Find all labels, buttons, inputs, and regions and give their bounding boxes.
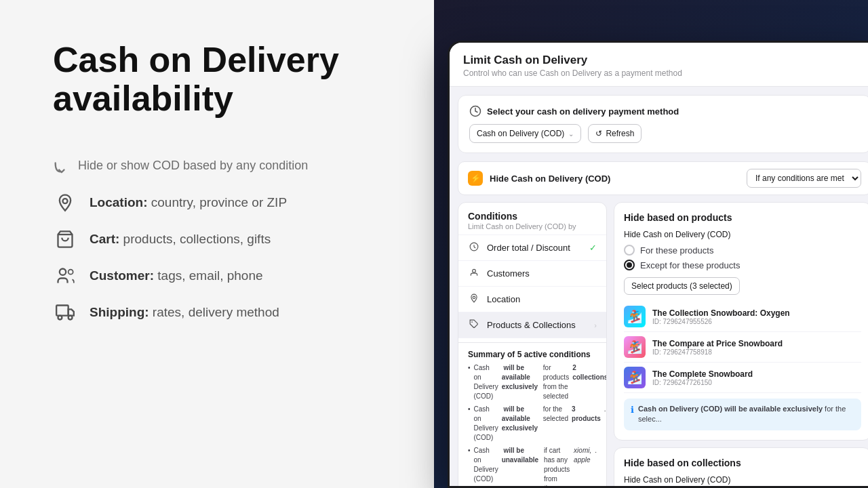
- app-subtitle: Control who can use Cash on Delivery as …: [463, 68, 866, 78]
- feature-shipping: Shipping: rates, delivery method: [53, 300, 393, 325]
- summary-title: Summary of 5 active conditions: [468, 350, 597, 359]
- radio-circle-for: [624, 245, 635, 256]
- product-id-1: ID: 7296247955526: [652, 318, 861, 325]
- svg-point-3: [68, 269, 73, 274]
- main-content: Conditions Limit Cash on Delivery (COD) …: [458, 202, 868, 486]
- product-thumb-2: 🏂: [624, 336, 646, 358]
- product-row-3: 🏂 The Complete Snowboard ID: 72962477261…: [624, 363, 861, 393]
- location-cond-icon: [468, 293, 480, 305]
- customers-label: Customers: [487, 268, 597, 279]
- customers-icon: [468, 268, 480, 279]
- feature-cart: Cart: products, collections, gifts: [53, 227, 393, 251]
- left-panel: Cash on Delivery availability Hide or sh…: [0, 0, 434, 488]
- condition-item-customers[interactable]: Customers: [458, 261, 606, 287]
- hide-cod-collections-label: Hide Cash on Delivery (COD): [624, 475, 861, 485]
- conditions-header: Conditions Limit Cash on Delivery (COD) …: [458, 203, 606, 235]
- collections-title: Hide based on collections: [624, 458, 861, 468]
- products-cond-icon: [468, 319, 480, 331]
- condition-items-list: Order total / Discount ✓ Customers: [458, 235, 606, 342]
- payment-method-dropdown[interactable]: Cash on Delivery (COD) ⌄: [469, 124, 581, 143]
- info-icon: ℹ: [631, 405, 634, 415]
- svg-point-6: [68, 315, 73, 319]
- summary-item-2: Cash on Delivery (COD) will be available…: [468, 405, 597, 443]
- products-panel: Hide based on products Hide Cash on Deli…: [614, 202, 868, 486]
- conditions-title: Conditions: [468, 211, 597, 222]
- customer-feature-text: Customer: tags, email, phone: [90, 268, 263, 283]
- cart-icon: [53, 227, 77, 251]
- product-name-1: The Collection Snowboard: Oxygen: [652, 308, 861, 318]
- tablet-screen: Limit Cash on Delivery Control who can u…: [450, 43, 868, 486]
- product-info-1: The Collection Snowboard: Oxygen ID: 729…: [652, 308, 861, 325]
- product-name-3: The Complete Snowboard: [652, 369, 861, 379]
- order-total-label: Order total / Discount: [487, 243, 583, 253]
- order-total-check: ✓: [589, 243, 597, 253]
- info-text: Cash on Delivery (COD) will be available…: [638, 404, 854, 425]
- customer-icon: [53, 264, 77, 288]
- feature-customer: Customer: tags, email, phone: [53, 264, 393, 288]
- summary-item-3: Cash on Delivery (COD) will be unavailab…: [468, 446, 597, 486]
- product-id-2: ID: 7296247758918: [652, 348, 861, 356]
- condition-row: ⚡ Hide Cash on Delivery (COD) If any con…: [458, 161, 868, 195]
- shipping-icon: [53, 300, 77, 325]
- app-title: Limit Cash on Delivery: [463, 54, 866, 67]
- condition-item-products[interactable]: Products & Collections ›: [458, 312, 606, 338]
- hide-cod-condition-label: Hide Cash on Delivery (COD): [490, 174, 740, 184]
- product-thumb-3: 🏂: [624, 367, 646, 388]
- dropdown-chevron-icon: ⌄: [568, 130, 574, 138]
- condition-item-order-total[interactable]: Order total / Discount ✓: [458, 235, 606, 261]
- product-row-1: 🏂 The Collection Snowboard: Oxygen ID: 7…: [624, 302, 861, 332]
- radio-except-these-products[interactable]: Except for these products: [624, 260, 861, 270]
- svg-point-5: [58, 315, 62, 319]
- conditions-panel: Conditions Limit Cash on Delivery (COD) …: [458, 202, 607, 486]
- products-card: Hide based on products Hide Cash on Deli…: [614, 202, 868, 441]
- product-row-2: 🏂 The Compare at Price Snowboard ID: 729…: [624, 332, 861, 363]
- location-feature-text: Location: country, province or ZIP: [90, 195, 287, 210]
- products-card-title: Hide based on products: [624, 212, 861, 223]
- summary-section: Summary of 5 active conditions Cash on D…: [458, 342, 606, 486]
- location-icon: [53, 190, 77, 215]
- radio-circle-except: [624, 260, 635, 270]
- right-panel: Limit Cash on Delivery Control who can u…: [434, 0, 868, 488]
- cart-feature-text: Cart: products, collections, gifts: [90, 232, 271, 247]
- shipping-feature-text: Shipping: rates, delivery method: [90, 305, 279, 320]
- radio-for-label: For these products: [640, 245, 713, 256]
- payment-section: Select your cash on delivery payment met…: [458, 95, 868, 153]
- hide-cod-products-label: Hide Cash on Delivery (COD): [624, 230, 861, 239]
- svg-point-10: [473, 296, 475, 299]
- summary-item-1: Cash on Delivery (COD) will be available…: [468, 363, 597, 401]
- product-info-2: The Compare at Price Snowboard ID: 72962…: [652, 339, 861, 356]
- select-products-button[interactable]: Select products (3 selected): [624, 277, 740, 295]
- order-total-icon: [468, 242, 480, 253]
- condition-badge: ⚡: [468, 171, 483, 186]
- payment-icon: [469, 105, 481, 117]
- refresh-button[interactable]: ↺ Refresh: [588, 124, 642, 143]
- location-cond-label: Location: [487, 294, 597, 304]
- app-header: Limit Cash on Delivery Control who can u…: [450, 43, 868, 87]
- svg-point-0: [63, 199, 68, 203]
- tablet-frame: Limit Cash on Delivery Control who can u…: [448, 41, 868, 488]
- features-list: Location: country, province or ZIP Cart:…: [53, 190, 393, 325]
- refresh-icon: ↺: [595, 129, 602, 138]
- svg-point-11: [471, 321, 473, 323]
- svg-rect-4: [56, 305, 68, 315]
- products-cond-label: Products & Collections: [487, 320, 587, 330]
- condition-item-location[interactable]: Location: [458, 287, 606, 312]
- feature-location: Location: country, province or ZIP: [53, 190, 393, 215]
- payment-section-label: Select your cash on delivery payment met…: [487, 106, 679, 117]
- radio-group-products: For these products Except for these prod…: [624, 245, 861, 270]
- radio-except-label: Except for these products: [640, 260, 740, 270]
- collections-card: Hide based on collections Hide Cash on D…: [614, 447, 868, 486]
- info-banner: ℹ Cash on Delivery (COD) will be availab…: [624, 399, 861, 430]
- product-id-3: ID: 7296247726150: [652, 379, 861, 386]
- products-chevron-icon: ›: [594, 321, 597, 329]
- svg-point-2: [60, 268, 66, 274]
- main-title: Cash on Delivery availability: [53, 41, 393, 118]
- product-info-3: The Complete Snowboard ID: 7296247726150: [652, 369, 861, 386]
- subtitle: Hide or show COD based by any condition: [53, 159, 393, 174]
- condition-select[interactable]: If any conditions are met: [747, 169, 861, 188]
- product-name-2: The Compare at Price Snowboard: [652, 339, 861, 348]
- radio-for-these-products[interactable]: For these products: [624, 245, 861, 256]
- svg-point-9: [473, 269, 476, 272]
- conditions-subtitle: Limit Cash on Delivery (COD) by: [468, 222, 597, 230]
- product-thumb-1: 🏂: [624, 306, 646, 327]
